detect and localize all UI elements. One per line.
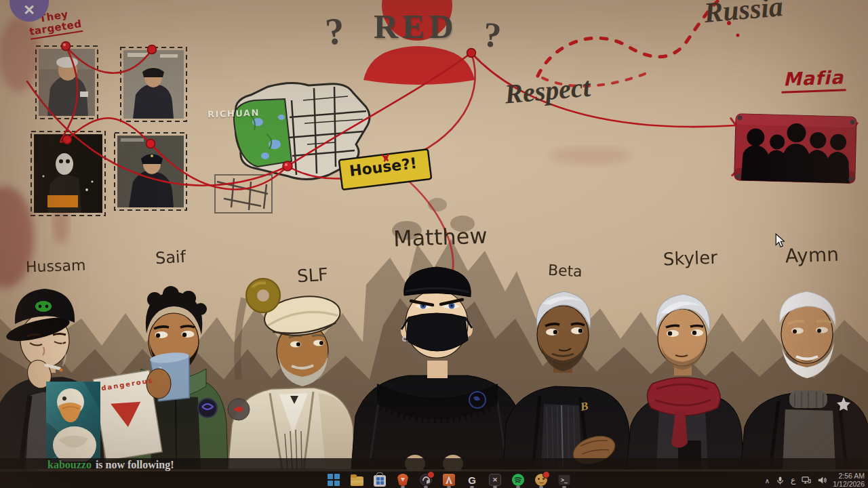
orange-a-app-button[interactable] [442,472,456,488]
a-logo-icon [443,474,455,486]
taskbar: G ✕ >_ ∧ ع [0,471,868,488]
x-box-icon: ✕ [489,474,501,486]
map-region-label: RICHUAN [208,108,260,120]
follower-username: kabouzzo [47,459,92,471]
duck-photo-overlay [46,382,100,462]
start-button[interactable] [327,472,340,488]
microsoft-store-button[interactable] [373,472,387,488]
spotify-icon [512,474,524,486]
logitech-g-button[interactable]: G [465,472,479,488]
store-bag-icon [374,475,386,487]
chat-app-button[interactable] [534,472,548,488]
clock[interactable]: 2:56 AM 1/12/2026 [833,472,865,488]
recording-badge [427,471,435,479]
name-slf: SLF [296,264,329,286]
terminal-prompt-icon: >_ [558,474,570,485]
close-glyph: ✕ [23,2,35,18]
x-capture-app-button[interactable]: ✕ [488,472,502,488]
name-hussam: Hussam [26,256,86,275]
ethernet-network-icon[interactable] [802,476,811,485]
file-explorer-button[interactable] [350,472,363,488]
volume-icon[interactable] [817,476,827,485]
name-saif: Saif [155,247,186,268]
folder-icon [351,476,363,486]
question-mark-right: ? [481,14,502,56]
mouse-cursor [774,233,785,251]
spotify-button[interactable] [511,472,525,488]
name-aymn: Aymn [785,243,839,268]
tray-chevron-icon[interactable]: ∧ [765,477,770,485]
map [215,83,370,213]
photo-suspect-1 [36,46,98,119]
windows-logo-icon [328,474,340,486]
name-beta: Beta [547,262,583,281]
mafia-label: Mafia [781,66,846,93]
tray-date: 1/12/2026 [833,480,865,488]
evidence-photos [31,46,186,216]
microphone-icon[interactable] [776,476,785,485]
brave-lion-icon [397,474,409,487]
brave-browser-button[interactable] [396,472,410,488]
g-logo-icon: G [468,475,476,485]
tray-time: 2:56 AM [833,472,865,480]
system-tray: ∧ ع 2:56 AM 1/12/2026 [765,472,865,488]
language-indicator[interactable]: ع [791,475,795,485]
follower-notification: kabouzzo is now following! [0,458,868,471]
mafia-banner [729,114,859,184]
name-skyler: Skyler [663,247,718,270]
taskbar-icons: G ✕ >_ [327,472,571,488]
red-title: RED [374,7,458,46]
obs-studio-button[interactable] [419,472,433,488]
terminal-button[interactable]: >_ [557,472,571,488]
donut [246,279,280,312]
follower-message: is now following! [96,459,174,471]
notification-badge [542,471,550,479]
name-matthew: Matthew [393,223,488,252]
desktop[interactable]: They targeted ? RED ? Russia Respect Maf… [0,0,868,488]
photo-suspect-2 [121,47,186,121]
